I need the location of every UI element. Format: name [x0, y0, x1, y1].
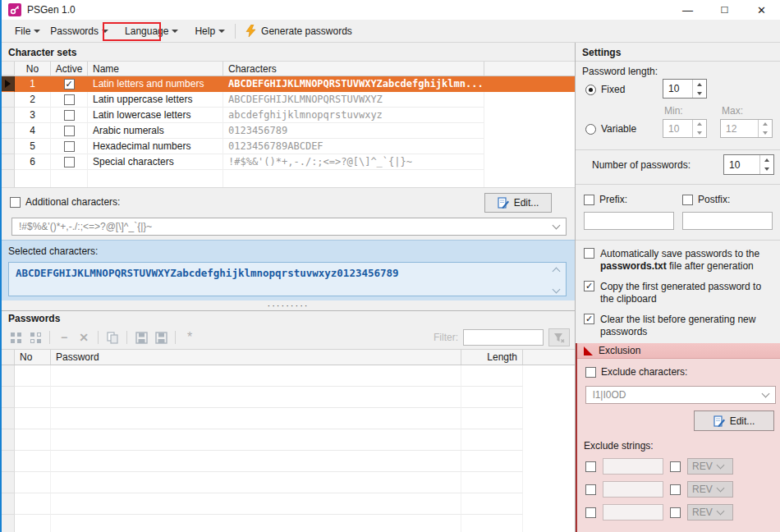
min-length-spinner[interactable]: 10 [663, 119, 707, 138]
table-row[interactable]: 6 Special characters !#$%&'()*+,-./:;<=>… [2, 154, 575, 170]
prefix-checkbox[interactable] [584, 195, 594, 205]
table-row-empty [2, 387, 575, 408]
rev-dropdown[interactable]: REV [687, 504, 733, 521]
table-row[interactable]: 2 Latin uppercase letters ABCDEFGHIJKLMN… [2, 92, 575, 108]
menu-passwords[interactable]: Passwords [45, 22, 113, 40]
spin-down-icon[interactable] [693, 89, 706, 98]
spin-down-icon[interactable] [760, 165, 773, 175]
exclude-characters-checkbox[interactable] [585, 367, 596, 378]
rev-checkbox[interactable] [670, 507, 681, 518]
generate-passwords-button[interactable]: Generate passwords [241, 21, 357, 40]
exclusion-header[interactable]: Exclusion [577, 343, 780, 359]
rev-dropdown[interactable]: REV [687, 458, 733, 475]
col-length[interactable]: Length [461, 350, 523, 365]
postfix-input[interactable] [682, 212, 773, 230]
asterisk-button[interactable]: * [182, 330, 197, 345]
exclude-string-input[interactable] [603, 481, 663, 498]
rev-checkbox[interactable] [670, 484, 681, 495]
table-row-empty [2, 170, 575, 187]
fixed-radio[interactable] [585, 85, 596, 95]
menu-help[interactable]: Help [190, 22, 230, 40]
postfix-checkbox[interactable] [682, 195, 693, 205]
exclude-string-input[interactable] [603, 504, 663, 521]
table-row[interactable]: 4 Arabic numerals 0123456789 [2, 123, 575, 139]
active-checkbox[interactable] [64, 110, 75, 121]
filter-input[interactable] [463, 329, 544, 346]
spin-down-icon[interactable] [759, 129, 772, 138]
col-characters[interactable]: Characters [223, 62, 484, 76]
key-icon [10, 5, 20, 15]
menu-language[interactable]: Language [120, 22, 183, 40]
filter-clear-button[interactable] [548, 328, 570, 346]
active-checkbox[interactable] [64, 157, 75, 167]
splitter-handle[interactable]: ········· [2, 300, 575, 310]
passwords-title: Passwords [2, 311, 575, 328]
select-all-button[interactable] [8, 330, 23, 345]
additional-characters-checkbox[interactable] [10, 197, 21, 208]
table-row-empty [2, 515, 575, 532]
col-no[interactable]: No [15, 350, 51, 365]
active-checkbox[interactable] [64, 94, 75, 105]
fixed-length-spinner[interactable]: 10 [663, 79, 707, 99]
left-panel: Character sets No Active Name Characters… [2, 43, 575, 532]
variable-radio[interactable] [585, 124, 596, 135]
scroll-down-icon[interactable] [553, 286, 561, 294]
edit-exclusions-button[interactable]: Edit... [694, 410, 774, 431]
copy-button[interactable] [105, 330, 120, 345]
clear-list-label: Clear the list before generating new pas… [600, 314, 774, 338]
passwords-toolbar: − ✕ [2, 326, 575, 349]
additional-characters-combobox[interactable]: !#$%&'()*+,-./:;<=>?@[\]^_`{|}~ [11, 218, 567, 236]
col-active[interactable]: Active [51, 62, 88, 76]
active-checkbox[interactable] [64, 79, 75, 89]
table-row[interactable]: 3 Latin lowercase letters abcdefghijklmn… [2, 108, 575, 123]
exclude-characters-combobox[interactable]: l1|I0OD [585, 386, 776, 404]
save-all-icon [155, 332, 167, 344]
toolbar-separator [98, 331, 99, 344]
prefix-input[interactable] [584, 212, 674, 230]
spin-up-icon[interactable] [693, 80, 706, 89]
close-button[interactable]: ✕ [743, 0, 780, 20]
deselect-all-button[interactable] [28, 330, 43, 345]
autosave-label: Automatically save passwords to the pass… [600, 248, 774, 273]
spin-up-icon[interactable] [760, 155, 773, 165]
menu-file[interactable]: File [10, 22, 45, 40]
col-password[interactable]: Password [51, 350, 461, 365]
chevron-down-icon [716, 461, 724, 470]
autosave-checkbox[interactable] [584, 248, 594, 259]
exclude-string-checkbox[interactable] [585, 484, 596, 495]
number-of-passwords-spinner[interactable]: 10 [723, 154, 774, 175]
filter-label: Filter: [434, 332, 458, 343]
scroll-up-icon[interactable] [553, 268, 561, 276]
clear-list-checkbox[interactable] [584, 314, 594, 324]
row-selector-arrow [5, 80, 11, 88]
table-header: No Password Length [2, 349, 575, 365]
exclude-string-input[interactable] [603, 458, 663, 475]
postfix-label: Postfix: [698, 194, 730, 205]
edit-additional-button[interactable]: Edit... [484, 193, 552, 213]
exclude-string-checkbox[interactable] [585, 507, 596, 518]
exclude-string-checkbox[interactable] [585, 461, 596, 472]
spin-down-icon[interactable] [693, 129, 706, 138]
table-row[interactable]: 5 Hexadecimal numbers 0123456789ABCDEF [2, 139, 575, 154]
spin-up-icon[interactable] [759, 120, 772, 129]
minimize-button[interactable]: — [669, 0, 706, 20]
maximize-button[interactable]: ☐ [706, 0, 743, 20]
copy-first-checkbox[interactable] [584, 281, 594, 291]
selected-characters-box[interactable]: ABCDEFGHIJKLMNOPQRSTUVWXYZabcdefghijklmn… [8, 262, 567, 296]
save-button[interactable] [134, 330, 149, 345]
remove-password-button[interactable]: − [57, 330, 71, 345]
save-all-button[interactable] [154, 330, 168, 345]
rev-dropdown[interactable]: REV [687, 481, 733, 498]
spin-up-icon[interactable] [693, 120, 706, 129]
active-checkbox[interactable] [64, 141, 75, 152]
table-row[interactable]: 1 Latin letters and numbers ABCDEFGHIJKL… [2, 76, 575, 92]
max-length-spinner[interactable]: 12 [720, 119, 773, 138]
active-checkbox[interactable] [64, 126, 75, 136]
additional-characters-section: Additional characters: Edit... !#$%&'()*… [2, 187, 575, 240]
rev-checkbox[interactable] [670, 461, 681, 472]
filter-funnel-icon [553, 332, 565, 343]
col-name[interactable]: Name [88, 62, 223, 76]
clear-passwords-button[interactable]: ✕ [76, 330, 91, 345]
menu-separator [235, 24, 236, 39]
col-no[interactable]: No [15, 62, 51, 76]
